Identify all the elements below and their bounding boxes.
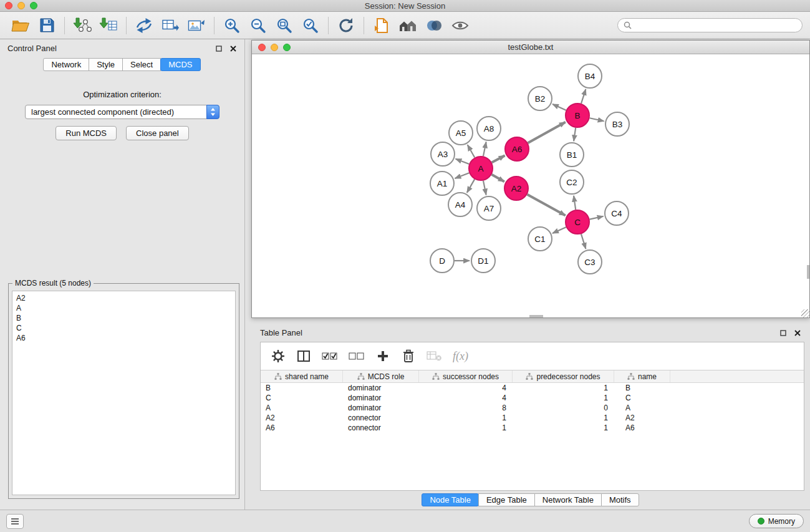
table-cell[interactable]: 1	[513, 384, 614, 392]
edge-A6-B[interactable]	[528, 122, 565, 143]
node-B1[interactable]: B1	[560, 143, 584, 167]
tab-node-table[interactable]: Node Table	[422, 493, 479, 506]
edge-B-B2[interactable]	[552, 104, 566, 110]
import-table-from-file-button[interactable]	[95, 14, 122, 37]
node-A4[interactable]: A4	[448, 193, 472, 216]
delete-table-button[interactable]	[427, 347, 442, 365]
tab-mcds[interactable]: MCDS	[160, 58, 200, 71]
close-panel-push-button[interactable]: Close panel	[126, 126, 189, 140]
edge-A-A8[interactable]	[483, 142, 486, 157]
dropdown-stepper[interactable]	[206, 105, 219, 119]
mcds-result-item[interactable]: C	[16, 323, 231, 333]
table-cell[interactable]: A2	[614, 414, 670, 422]
table-cell[interactable]: 4	[419, 394, 513, 402]
edge-C-C2[interactable]	[574, 196, 576, 210]
export-image-button[interactable]	[183, 14, 210, 37]
open-document-button[interactable]	[369, 14, 395, 37]
column-header-predecessor-nodes[interactable]: predecessor nodes	[513, 370, 614, 382]
node-D[interactable]: D	[430, 249, 454, 273]
table-cell[interactable]: 4	[419, 384, 513, 392]
network-canvas[interactable]: AA1A2A3A4A5A6A7A8BB1B2B3B4CC1C2C3C4DD1	[252, 54, 809, 317]
node-C4[interactable]: C4	[605, 201, 629, 225]
node-D1[interactable]: D1	[471, 249, 495, 273]
network-zoom-button[interactable]	[283, 44, 291, 51]
manage-styles-button[interactable]	[421, 14, 447, 37]
edge-A-A2[interactable]	[491, 175, 504, 181]
table-cell[interactable]: 1	[419, 423, 513, 432]
table-cell[interactable]: 1	[513, 423, 614, 432]
tab-network[interactable]: Network	[43, 58, 89, 71]
table-row[interactable]: A2connector11A2	[261, 413, 804, 423]
node-A[interactable]: A	[469, 157, 493, 180]
zoom-fit-button[interactable]	[271, 14, 297, 37]
node-B4[interactable]: B4	[578, 64, 602, 88]
zoom-window-button[interactable]	[30, 2, 37, 9]
zoom-out-button[interactable]	[245, 14, 271, 37]
column-header-MCDS-role[interactable]: MCDS role	[343, 370, 419, 382]
apply-layout-button[interactable]	[333, 14, 359, 37]
new-network-table-button[interactable]	[157, 14, 183, 37]
table-cell[interactable]: C	[614, 394, 670, 402]
column-header-name[interactable]: name	[614, 370, 670, 382]
panel-menu-button[interactable]	[6, 514, 24, 529]
edge-A-A6[interactable]	[492, 155, 505, 162]
network-minimize-button[interactable]	[271, 44, 278, 51]
node-A2[interactable]: A2	[504, 177, 528, 200]
save-session-button[interactable]	[34, 14, 60, 37]
edge-C-C1[interactable]	[552, 227, 566, 233]
table-cell[interactable]: connector	[343, 414, 419, 422]
node-A1[interactable]: A1	[430, 172, 454, 195]
table-cell[interactable]: 1	[419, 414, 513, 422]
float-table-panel-button[interactable]	[779, 329, 787, 337]
node-A6[interactable]: A6	[505, 137, 529, 161]
table-row[interactable]: Adominator80A	[261, 403, 804, 413]
edge-A-A1[interactable]	[455, 173, 470, 178]
node-B3[interactable]: B3	[605, 112, 629, 136]
tab-select[interactable]: Select	[122, 58, 161, 71]
table-cell[interactable]: B	[614, 384, 670, 392]
vertical-scrollbar-thumb[interactable]	[807, 265, 809, 279]
node-C3[interactable]: C3	[578, 250, 602, 274]
mcds-result-item[interactable]: A6	[16, 333, 231, 343]
run-mcds-button[interactable]: Run MCDS	[55, 126, 117, 140]
close-table-panel-button[interactable]	[794, 329, 801, 337]
search-input[interactable]	[635, 21, 796, 30]
float-panel-button[interactable]	[215, 45, 223, 52]
home-button[interactable]	[395, 14, 421, 37]
select-all-button[interactable]	[322, 347, 338, 365]
edge-C-C4[interactable]	[590, 216, 604, 220]
node-A5[interactable]: A5	[449, 121, 473, 145]
table-cell[interactable]: dominator	[343, 394, 419, 402]
table-cell[interactable]: 8	[419, 404, 513, 412]
zoom-selected-button[interactable]	[297, 14, 324, 37]
node-C[interactable]: C	[566, 210, 589, 234]
node-A3[interactable]: A3	[431, 142, 455, 166]
table-cell[interactable]: A2	[261, 414, 343, 422]
table-cell[interactable]: 0	[513, 404, 614, 412]
mcds-result-item[interactable]: B	[16, 313, 231, 323]
close-panel-button[interactable]	[229, 45, 237, 52]
column-header-successor-nodes[interactable]: successor nodes	[419, 370, 513, 382]
table-cell[interactable]: A	[261, 404, 343, 412]
minimize-window-button[interactable]	[17, 2, 25, 9]
tab-motifs[interactable]: Motifs	[601, 493, 639, 506]
network-close-button[interactable]	[258, 44, 266, 51]
mcds-result-item[interactable]: A	[16, 303, 231, 313]
edge-B-B4[interactable]	[581, 89, 586, 104]
table-cell[interactable]: 1	[513, 394, 614, 402]
memory-button[interactable]: Memory	[749, 514, 804, 528]
add-column-button[interactable]	[375, 347, 390, 365]
node-C1[interactable]: C1	[528, 227, 552, 251]
edge-A-A7[interactable]	[483, 181, 486, 195]
table-cell[interactable]: 1	[513, 414, 614, 422]
table-cell[interactable]: A	[614, 404, 670, 412]
new-network-button[interactable]	[131, 14, 157, 37]
node-B2[interactable]: B2	[528, 87, 552, 110]
node-A7[interactable]: A7	[477, 196, 501, 220]
node-B[interactable]: B	[566, 104, 589, 127]
open-session-button[interactable]	[7, 14, 34, 37]
close-window-button[interactable]	[5, 2, 12, 9]
table-cell[interactable]: connector	[343, 423, 419, 432]
table-settings-button[interactable]	[271, 347, 286, 365]
horizontal-scrollbar-thumb[interactable]	[529, 315, 543, 317]
